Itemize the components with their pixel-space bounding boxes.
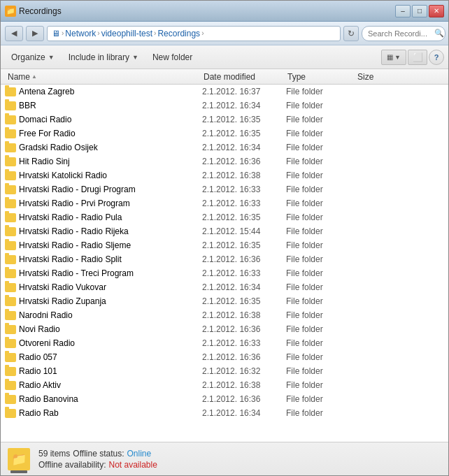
table-row[interactable]: Free For Radio 2.1.2012. 16:35 File fold… <box>1 127 448 140</box>
table-row[interactable]: Radio Banovina 2.1.2012. 16:36 File fold… <box>1 392 448 406</box>
offline-avail-value: Not available <box>109 460 157 470</box>
file-date: 2.1.2012. 16:35 <box>202 296 286 306</box>
file-type: File folder <box>286 268 356 278</box>
file-type: File folder <box>286 143 356 152</box>
breadcrumb-folder[interactable]: Recordings <box>157 29 200 38</box>
table-row[interactable]: Otvoreni Radio 2.1.2012. 16:33 File fold… <box>1 336 448 350</box>
breadcrumb-host[interactable]: videophill-test <box>101 29 152 38</box>
file-date: 2.1.2012. 16:33 <box>202 268 286 278</box>
table-row[interactable]: Hrvatski Radio Zupanja 2.1.2012. 16:35 F… <box>1 294 448 308</box>
col-size-header[interactable]: Size <box>355 72 397 82</box>
title-buttons: – □ ✕ <box>395 5 444 17</box>
refresh-button[interactable]: ↻ <box>343 26 359 41</box>
file-name: Otvoreni Radio <box>19 338 202 348</box>
table-row[interactable]: Hrvatski Radio - Radio Pula 2.1.2012. 16… <box>1 210 448 224</box>
file-type: File folder <box>286 240 356 250</box>
file-date: 2.1.2012. 16:36 <box>202 394 286 404</box>
table-row[interactable]: Hrvatski Radio - Drugi Program 2.1.2012.… <box>1 182 448 196</box>
file-date: 2.1.2012. 16:33 <box>202 338 286 348</box>
file-type: File folder <box>286 324 356 334</box>
close-button[interactable]: ✕ <box>429 5 444 17</box>
include-in-library-button[interactable]: Include in library ▼ <box>62 49 145 66</box>
breadcrumb[interactable]: 🖥 › Network › videophill-test › Recordin… <box>47 26 341 41</box>
breadcrumb-network[interactable]: Network <box>65 29 96 38</box>
window-icon: 📁 <box>5 6 16 17</box>
file-name: Radio Banovina <box>19 394 202 404</box>
table-row[interactable]: Radio Aktiv 2.1.2012. 16:38 File folder <box>1 378 448 392</box>
file-list[interactable]: Antena Zagreb 2.1.2012. 16:37 File folde… <box>1 85 448 442</box>
file-name: Novi Radio <box>19 324 202 334</box>
file-date: 2.1.2012. 16:35 <box>202 240 286 250</box>
folder-icon <box>5 184 16 195</box>
file-type: File folder <box>286 171 356 180</box>
file-name: Hrvatski Katolicki Radio <box>19 171 202 180</box>
file-type: File folder <box>286 366 356 376</box>
folder-icon <box>5 394 16 405</box>
table-row[interactable]: Hrvatski Radio - Prvi Program 2.1.2012. … <box>1 196 448 210</box>
column-headers: Name ▲ Date modified Type Size <box>1 69 448 85</box>
folder-icon <box>5 380 16 391</box>
file-name: Narodni Radio <box>19 310 202 320</box>
title-bar: 📁 Recordings – □ ✕ <box>1 1 448 22</box>
table-row[interactable]: Radio 057 2.1.2012. 16:36 File folder <box>1 350 448 364</box>
table-row[interactable]: Antena Zagreb 2.1.2012. 16:37 File folde… <box>1 85 448 99</box>
table-row[interactable]: Hrvatski Radio - Radio Rijeka 2.1.2012. … <box>1 224 448 238</box>
folder-icon <box>5 212 16 223</box>
file-date: 2.1.2012. 15:44 <box>202 226 286 236</box>
folder-icon <box>5 142 16 153</box>
table-row[interactable]: Hrvatski Radio - Treci Program 2.1.2012.… <box>1 266 448 280</box>
file-type: File folder <box>286 254 356 264</box>
file-type: File folder <box>286 212 356 222</box>
col-type-header[interactable]: Type <box>285 72 355 82</box>
folder-icon <box>5 282 16 293</box>
file-date: 2.1.2012. 16:38 <box>202 171 286 180</box>
table-row[interactable]: Gradski Radio Osijek 2.1.2012. 16:34 Fil… <box>1 140 448 154</box>
address-bar: ◀ ▶ 🖥 › Network › videophill-test › Reco… <box>1 22 448 45</box>
status-bar: 📁 59 items Offline status: Online Offlin… <box>1 442 448 475</box>
folder-icon <box>5 268 16 279</box>
organize-button[interactable]: Organize ▼ <box>5 49 61 66</box>
table-row[interactable]: Hrvatski Radio - Radio Sljeme 2.1.2012. … <box>1 238 448 252</box>
file-date: 2.1.2012. 16:36 <box>202 157 286 166</box>
table-row[interactable]: Hrvatski Radio - Radio Split 2.1.2012. 1… <box>1 252 448 266</box>
folder-icon <box>5 310 16 321</box>
table-row[interactable]: Hrvatski Radio Vukovar 2.1.2012. 16:34 F… <box>1 280 448 294</box>
organize-arrow-icon: ▼ <box>48 54 55 61</box>
forward-button[interactable]: ▶ <box>26 26 44 41</box>
help-button[interactable]: ? <box>429 50 444 65</box>
folder-icon <box>5 366 16 377</box>
file-name: Radio Rab <box>19 408 202 418</box>
folder-icon <box>5 86 16 97</box>
table-row[interactable]: Domaci Radio 2.1.2012. 16:35 File folder <box>1 113 448 127</box>
file-date: 2.1.2012. 16:36 <box>202 254 286 264</box>
status-avail-line: Offline availability: Not available <box>38 460 157 470</box>
table-row[interactable]: Hrvatski Katolicki Radio 2.1.2012. 16:38… <box>1 168 448 182</box>
offline-avail-label: Offline availability: <box>38 460 106 470</box>
back-button[interactable]: ◀ <box>5 26 23 41</box>
offline-status-label: Offline status: <box>73 449 124 459</box>
pane-button[interactable]: ⬜ <box>408 50 427 65</box>
table-row[interactable]: Novi Radio 2.1.2012. 16:36 File folder <box>1 322 448 336</box>
table-row[interactable]: Radio Rab 2.1.2012. 16:34 File folder <box>1 406 448 420</box>
table-row[interactable]: Narodni Radio 2.1.2012. 16:38 File folde… <box>1 308 448 322</box>
views-button[interactable]: ▦ ▼ <box>381 50 406 65</box>
file-date: 2.1.2012. 16:33 <box>202 185 286 194</box>
file-name: Hit Radio Sinj <box>19 157 202 166</box>
col-name-header[interactable]: Name ▲ <box>5 72 201 82</box>
table-row[interactable]: Radio 101 2.1.2012. 16:32 File folder <box>1 364 448 378</box>
offline-status-value: Online <box>127 449 152 459</box>
folder-icon <box>5 240 16 251</box>
table-row[interactable]: BBR 2.1.2012. 16:34 File folder <box>1 99 448 113</box>
file-type: File folder <box>286 380 356 390</box>
minimize-button[interactable]: – <box>395 5 411 17</box>
file-type: File folder <box>286 115 356 124</box>
folder-icon <box>5 338 16 349</box>
file-type: File folder <box>286 129 356 138</box>
new-folder-button[interactable]: New folder <box>146 49 199 66</box>
file-type: File folder <box>286 157 356 166</box>
col-date-header[interactable]: Date modified <box>201 72 285 82</box>
maximize-button[interactable]: □ <box>412 5 427 17</box>
file-list-container: Antena Zagreb 2.1.2012. 16:37 File folde… <box>1 85 448 442</box>
search-input[interactable] <box>362 26 446 41</box>
table-row[interactable]: Hit Radio Sinj 2.1.2012. 16:36 File fold… <box>1 154 448 168</box>
